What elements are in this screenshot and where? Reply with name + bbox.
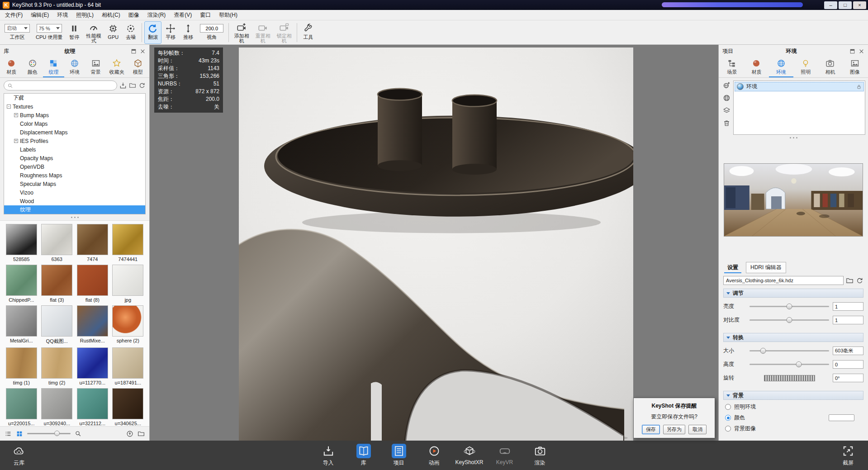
tree-item[interactable]: -Textures: [4, 102, 145, 111]
texture-thumbnail[interactable]: u=187491...: [111, 347, 145, 385]
color-swatch[interactable]: [829, 414, 854, 421]
project-splitter[interactable]: [719, 135, 868, 141]
tree-item[interactable]: Wood: [4, 197, 145, 205]
radio-button[interactable]: [725, 415, 731, 421]
texture-thumbnail[interactable]: flat (3): [40, 265, 74, 303]
project-button[interactable]: 项目: [381, 444, 417, 467]
expand-icon[interactable]: +: [14, 113, 18, 117]
tools-button[interactable]: 工具: [299, 21, 317, 44]
tab-hdri-editor[interactable]: HDRI 编辑器: [746, 262, 786, 273]
refresh-icon[interactable]: [138, 82, 146, 89]
project-tab-globe[interactable]: 环境: [769, 58, 793, 77]
zoom-icon[interactable]: [75, 430, 81, 437]
project-tab-scene[interactable]: 场景: [720, 58, 744, 77]
texture-thumbnail[interactable]: timg (2): [40, 347, 74, 385]
keyshotxr-button[interactable]: KeyShotXR: [452, 444, 487, 467]
tree-item[interactable]: OpenVDB: [4, 162, 145, 171]
menu-item[interactable]: 查看(V): [170, 10, 196, 20]
library-button[interactable]: 库: [346, 444, 381, 467]
texture-thumbnail[interactable]: QQ截图...: [40, 305, 74, 345]
tree-item[interactable]: Roughness Maps: [4, 171, 145, 180]
collapse-icon[interactable]: -: [7, 104, 11, 109]
texture-thumbnail[interactable]: timg (1): [5, 347, 38, 385]
menu-item[interactable]: 图像: [124, 10, 143, 20]
slider-knob[interactable]: [54, 431, 60, 436]
environment-item[interactable]: 环境: [735, 82, 864, 91]
texture-thumbnail[interactable]: u=309240...: [40, 388, 74, 426]
tree-item[interactable]: Labels: [4, 145, 145, 154]
project-tab-bulb[interactable]: 照明: [793, 58, 818, 77]
library-splitter[interactable]: [0, 214, 149, 220]
section-transform[interactable]: 转换: [723, 333, 863, 342]
library-tab-star[interactable]: 收藏夹: [106, 58, 128, 77]
library-tab-image[interactable]: 背景: [85, 58, 106, 77]
value-input[interactable]: 1: [833, 316, 863, 324]
menu-item[interactable]: 窗口: [196, 10, 215, 20]
menu-item[interactable]: 环境: [53, 10, 72, 20]
library-tab-cube[interactable]: 模型: [127, 58, 148, 77]
slider-thumb[interactable]: [787, 304, 792, 309]
background-option-照明环境[interactable]: 照明环境: [725, 403, 862, 411]
slider-track[interactable]: [749, 364, 829, 365]
render-viewport[interactable]: [239, 47, 633, 441]
close-button[interactable]: ×: [853, 1, 866, 9]
texture-thumbnail[interactable]: u=340625...: [111, 388, 145, 426]
value-input[interactable]: 603毫米: [833, 347, 863, 355]
texture-thumbnail[interactable]: 7474441: [111, 224, 145, 262]
tree-item[interactable]: Opacity Maps: [4, 154, 145, 162]
environment-sphere-icon[interactable]: [723, 94, 730, 102]
save-button[interactable]: 保存: [642, 425, 660, 434]
render-button[interactable]: 渲染: [522, 444, 558, 467]
background-option-背景图像[interactable]: 背景图像: [725, 425, 862, 432]
menu-item[interactable]: 照明(L): [72, 10, 98, 20]
save-as-button[interactable]: 另存为: [663, 425, 685, 434]
texture-thumbnail[interactable]: u=220015...: [5, 388, 38, 426]
project-tab-render-cam[interactable]: 相机: [818, 58, 842, 77]
denoise-button[interactable]: 去噪: [122, 21, 139, 44]
tree-item[interactable]: +IES Profiles: [4, 137, 145, 145]
slider-track[interactable]: [749, 306, 829, 307]
texture-thumbnail[interactable]: 7474: [76, 224, 109, 262]
menu-item[interactable]: 文件(F): [1, 10, 27, 20]
add-camera-button[interactable]: 添加相机: [231, 21, 252, 44]
tree-item[interactable]: 纹理: [4, 205, 145, 214]
value-input[interactable]: 0: [833, 360, 863, 369]
grid-view-icon[interactable]: [16, 430, 23, 437]
startup-button[interactable]: 启动工作区: [2, 21, 33, 44]
texture-thumbnail[interactable]: MetalGri...: [5, 305, 38, 345]
fov-button[interactable]: 视角: [197, 21, 226, 44]
slider-thumb[interactable]: [787, 317, 792, 323]
delete-environment-icon[interactable]: [723, 119, 730, 127]
browse-folder-icon[interactable]: [846, 277, 854, 285]
tree-item[interactable]: Displacement Maps: [4, 128, 145, 137]
tree-item[interactable]: Specular Maps: [4, 180, 145, 188]
tree-item[interactable]: +Bump Maps: [4, 111, 145, 119]
radio-button[interactable]: [725, 426, 731, 432]
import-button[interactable]: 导入: [311, 444, 346, 467]
texture-thumbnail[interactable]: u=322112...: [76, 388, 109, 426]
tumble-button[interactable]: 翻滚: [144, 21, 161, 44]
section-adjust[interactable]: 调节: [723, 289, 863, 298]
close-panel-icon[interactable]: [859, 48, 864, 54]
library-tab-checker[interactable]: 纹理: [43, 58, 64, 77]
open-folder-icon[interactable]: [138, 430, 145, 437]
value-input[interactable]: 0°: [833, 374, 863, 382]
cpu-usage-dropdown[interactable]: 75 %: [37, 24, 62, 33]
texture-thumbnail[interactable]: flat (8): [76, 265, 109, 303]
performance-mode-button[interactable]: 性能模式: [83, 21, 104, 44]
radio-button[interactable]: [725, 404, 731, 410]
slider-track[interactable]: [749, 319, 829, 321]
thumbnail-size-slider[interactable]: [27, 433, 71, 434]
expand-icon[interactable]: +: [14, 139, 18, 143]
tree-item[interactable]: 下载: [4, 94, 145, 102]
background-option-颜色[interactable]: 颜色: [725, 414, 862, 422]
tree-item[interactable]: Color Maps: [4, 119, 145, 128]
float-panel-icon[interactable]: [131, 48, 137, 54]
slider-thumb[interactable]: [760, 348, 766, 354]
value-input[interactable]: 1: [833, 302, 863, 311]
library-tab-sphere[interactable]: 材质: [1, 58, 22, 77]
gpu-button[interactable]: GPU: [104, 21, 122, 44]
cpu-usage-button[interactable]: 75 %CPU 使用量: [33, 21, 65, 44]
menu-item[interactable]: 编辑(E): [27, 10, 53, 20]
maximize-button[interactable]: □: [839, 1, 852, 9]
